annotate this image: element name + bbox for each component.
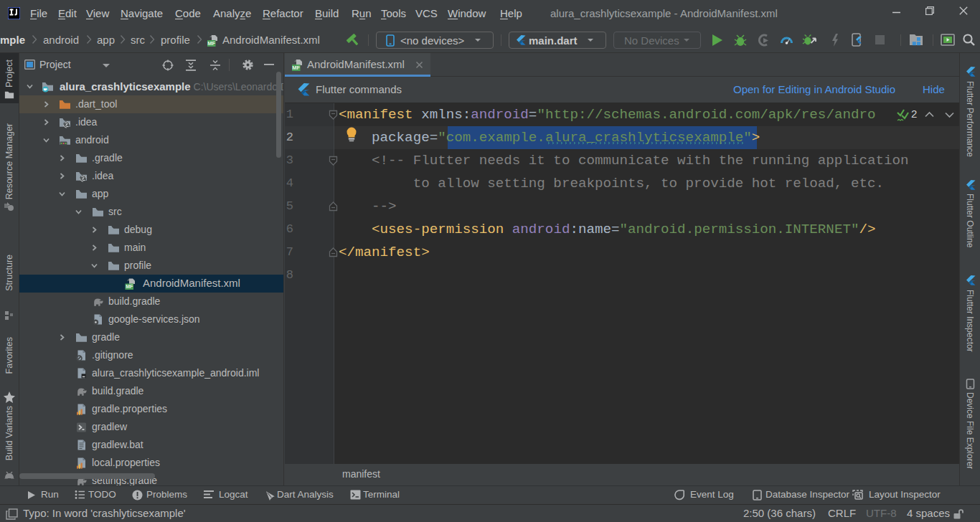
svg-text:MF: MF (207, 40, 215, 47)
svg-text:MF: MF (292, 65, 300, 71)
